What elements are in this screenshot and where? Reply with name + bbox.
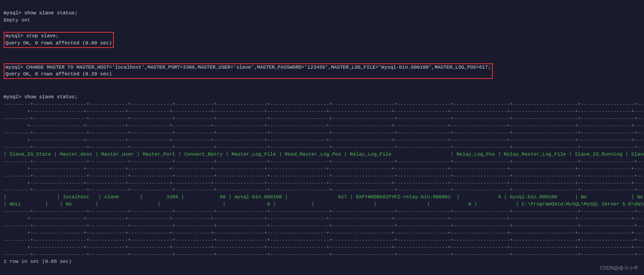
separator-data-3: ---------+------------------+-----------…	[4, 173, 640, 180]
separator-data-4: +------------------+-------------+------…	[4, 180, 640, 187]
line-empty-set: Empty set	[4, 17, 640, 24]
separator-line-5: ---------+------------------+-----------…	[4, 130, 640, 137]
separator-line-7: ---------+------------------+-----------…	[4, 144, 640, 151]
boxed-change-master: mysql> CHANGE MASTER TO MASTER_HOST='loc…	[4, 63, 493, 79]
line-blank-1	[4, 24, 640, 31]
separator-line-6: +------------------+-------------+------…	[4, 137, 640, 144]
separator-end-3: ---------+------------------+-----------…	[4, 223, 640, 230]
separator-end-5: ---------+------------------+-----------…	[4, 237, 640, 244]
separator-end-6: +------------------+-------------+------…	[4, 244, 640, 251]
line-show-slave-2: mysql> show slave status;	[4, 94, 640, 101]
separator-end-7: ---------+------------------+-----------…	[4, 251, 640, 258]
data-row-2: | NULL | | No | | | 0 | | | | 0 | | C:\P…	[4, 201, 640, 208]
separator-end-4: +------------------+-------------+------…	[4, 230, 640, 237]
line-blank-3	[4, 87, 640, 94]
separator-data-top: ---------+------------------+-----------…	[4, 158, 640, 166]
separator-end-1: ---------+------------------+-----------…	[4, 208, 640, 215]
footer-line: 1 row in set (0.05 sec)	[4, 258, 640, 266]
watermark: CSDN@奋斗小牛	[600, 265, 639, 271]
separator-line-3: ---------+------------------+-----------…	[4, 115, 640, 122]
boxed-stop-slave: mysql> stop slave; Query OK, 0 rows affe…	[4, 32, 114, 48]
separator-data-2: +------------------+-------------+------…	[4, 166, 640, 173]
separator-data-5: ---------+------------------+-----------…	[4, 187, 640, 194]
separator-line-1: ---------+------------------+-----------…	[4, 101, 640, 108]
terminal-output: mysql> show slave status; Empty set mysq…	[0, 0, 644, 275]
line-blank-2	[4, 56, 640, 63]
data-row-1: | | localhost | slave | 3306 | 60 | mysq…	[4, 194, 640, 201]
separator-end-2: +------------------+-------------+------…	[4, 215, 640, 223]
separator-line-2: +------------------+-------------+------…	[4, 108, 640, 115]
separator-line-4: +------------------+-------------+------…	[4, 122, 640, 130]
line-show-slave-1: mysql> show slave status;	[4, 10, 640, 17]
header-row: | Slave_IO_State | Master_Host | Master_…	[4, 151, 640, 158]
